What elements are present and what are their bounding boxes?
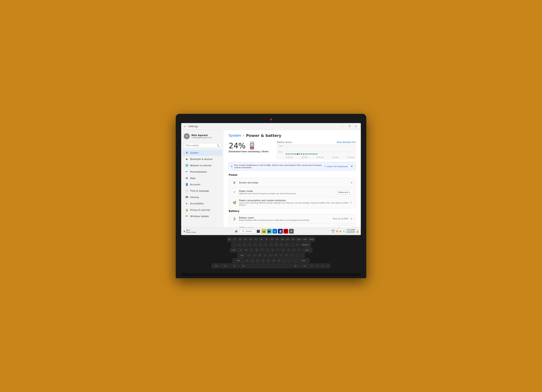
key-t[interactable]: T xyxy=(260,248,265,252)
key-f7[interactable]: F7 xyxy=(264,237,269,242)
nav-item-update[interactable]: ⟳ Windows Update xyxy=(183,213,222,219)
nav-item-accounts[interactable]: 👤 Accounts xyxy=(183,181,222,187)
key-arrow-down[interactable]: ↓ xyxy=(320,264,325,268)
key-4[interactable]: 4 xyxy=(253,243,257,247)
key-period[interactable]: . xyxy=(287,258,292,263)
nav-item-system[interactable]: 🖥 System xyxy=(183,150,222,156)
start-button[interactable]: ⊞ xyxy=(234,229,238,233)
minimize-button[interactable]: – xyxy=(340,124,346,129)
taskbar-settings-app[interactable]: ⚙ xyxy=(289,229,294,233)
key-y[interactable]: Y xyxy=(265,248,270,252)
key-caps[interactable]: Caps xyxy=(238,253,246,258)
key-win[interactable]: ⊞ xyxy=(230,264,238,268)
taskbar-app-2[interactable]: ▶ xyxy=(267,229,272,233)
key-ctrl-left[interactable]: Ctrl xyxy=(212,264,220,268)
nav-item-bluetooth[interactable]: ◈ Bluetooth & devices xyxy=(183,156,222,162)
key-f1[interactable]: F1 xyxy=(233,237,237,242)
key-delete[interactable]: Delete xyxy=(309,237,315,242)
key-f6[interactable]: F6 xyxy=(259,237,264,242)
key-bracket-left[interactable]: [ xyxy=(292,248,296,252)
power-mode-dropdown[interactable]: Balanced ∨ xyxy=(336,190,352,194)
taskbar-search-box[interactable]: 🔍 Search xyxy=(239,229,255,233)
key-a[interactable]: A xyxy=(247,253,252,258)
key-f11[interactable]: F11 xyxy=(285,237,290,242)
key-8[interactable]: 8 xyxy=(274,243,278,247)
key-comma[interactable]: , xyxy=(282,258,287,263)
nav-item-apps[interactable]: ⊞ Apps xyxy=(183,175,222,181)
key-alt-right[interactable]: Alt xyxy=(291,264,300,268)
key-fn[interactable]: Fn xyxy=(221,264,229,268)
key-f5[interactable]: F5 xyxy=(254,237,258,242)
key-enter[interactable]: Enter xyxy=(302,248,312,252)
key-c[interactable]: C xyxy=(255,258,260,263)
key-7[interactable]: 7 xyxy=(268,243,273,247)
key-0[interactable]: 0 xyxy=(284,243,289,247)
key-g[interactable]: G xyxy=(268,253,273,258)
key-5[interactable]: 5 xyxy=(258,243,263,247)
nav-item-privacy[interactable]: 🔒 Privacy & security xyxy=(183,207,222,213)
key-f2[interactable]: F2 xyxy=(238,237,242,242)
key-bracket-right[interactable]: ] xyxy=(297,248,302,252)
taskbar-weather[interactable]: 🌤 59°F Mostly cloudy xyxy=(183,229,196,233)
taskbar-app-edge[interactable]: e xyxy=(272,229,277,233)
key-shift-right[interactable]: Shift xyxy=(298,258,309,263)
key-2[interactable]: 2 xyxy=(242,243,247,247)
close-button[interactable]: ✕ xyxy=(353,124,359,129)
key-o[interactable]: O xyxy=(281,248,286,252)
power-consumption-row[interactable]: 🌿 Power consumption and carbon emissions… xyxy=(229,197,355,208)
key-tab[interactable]: Tab xyxy=(230,248,238,252)
taskbar-clock[interactable]: 12:43 PM 1/11/2023 xyxy=(346,229,355,233)
taskbar-app-3[interactable]: 📗 xyxy=(278,229,283,233)
key-d[interactable]: D xyxy=(258,253,262,258)
key-esc[interactable]: Esc xyxy=(227,237,232,242)
back-button[interactable]: ← xyxy=(183,125,187,128)
nav-item-network[interactable]: 🌐 Network & internet xyxy=(183,163,222,168)
key-f8[interactable]: F8 xyxy=(270,237,274,242)
key-v[interactable]: V xyxy=(261,258,266,263)
lower-brightness-action[interactable]: ☀ Lower the brightness xyxy=(324,165,348,168)
key-1[interactable]: 1 xyxy=(237,243,241,247)
nav-item-gaming[interactable]: 🎮 Gaming xyxy=(183,194,222,200)
key-arrow-right[interactable]: → xyxy=(325,264,330,268)
key-9[interactable]: 9 xyxy=(279,243,284,247)
key-f12[interactable]: F12 xyxy=(291,237,295,242)
key-plus[interactable]: = xyxy=(295,243,300,247)
key-shift-left[interactable]: Shift xyxy=(233,258,244,263)
key-insert[interactable]: Insert xyxy=(296,237,302,242)
key-f3[interactable]: F3 xyxy=(243,237,248,242)
breadcrumb-parent[interactable]: System xyxy=(229,133,241,138)
key-arrow-up[interactable]: ↑ xyxy=(315,264,320,268)
key-l[interactable]: L xyxy=(289,253,294,258)
screen-sleep-row[interactable]: 🖥 Screen and sleep ∨ xyxy=(229,178,355,187)
key-space[interactable] xyxy=(248,264,291,268)
banner-close-button[interactable]: ✕ xyxy=(350,164,353,168)
user-profile[interactable]: N Nitin Agarwal smblogs@outlook.com xyxy=(181,132,224,141)
maximize-button[interactable]: ❐ xyxy=(346,124,352,129)
nav-item-time[interactable]: 🕐 Time & language xyxy=(183,188,222,194)
battery-saver-header-row[interactable]: 🔋 Battery saver Extend battery life by l… xyxy=(229,214,355,224)
key-m[interactable]: M xyxy=(277,258,281,263)
key-i[interactable]: I xyxy=(276,248,280,252)
key-p[interactable]: P xyxy=(286,248,291,252)
key-f4[interactable]: F4 xyxy=(248,237,253,242)
key-minus[interactable]: – xyxy=(290,243,294,247)
taskbar-app-4[interactable]: 🛡 xyxy=(283,229,288,233)
key-backspace[interactable]: Backspace xyxy=(300,243,311,247)
taskview-button[interactable]: ⬛ xyxy=(256,229,261,233)
key-prtsc[interactable]: PrtSc xyxy=(303,237,308,242)
key-w[interactable]: W xyxy=(244,248,249,252)
key-j[interactable]: J xyxy=(279,253,283,258)
key-e[interactable]: E xyxy=(249,248,254,252)
key-quote[interactable]: ' xyxy=(300,253,305,258)
key-b[interactable]: B xyxy=(266,258,271,263)
key-6[interactable]: 6 xyxy=(263,243,268,247)
key-r[interactable]: R xyxy=(255,248,259,252)
key-h[interactable]: H xyxy=(274,253,278,258)
key-alt-left[interactable]: Alt xyxy=(239,264,248,268)
view-detailed-link[interactable]: View detailed info xyxy=(337,141,356,143)
taskbar-app-1[interactable]: 📦 xyxy=(261,229,266,233)
key-s[interactable]: S xyxy=(252,253,257,258)
key-z[interactable]: Z xyxy=(245,258,250,263)
key-u[interactable]: U xyxy=(270,248,275,252)
nav-item-personalization[interactable]: ✏ Personalization xyxy=(183,169,222,175)
